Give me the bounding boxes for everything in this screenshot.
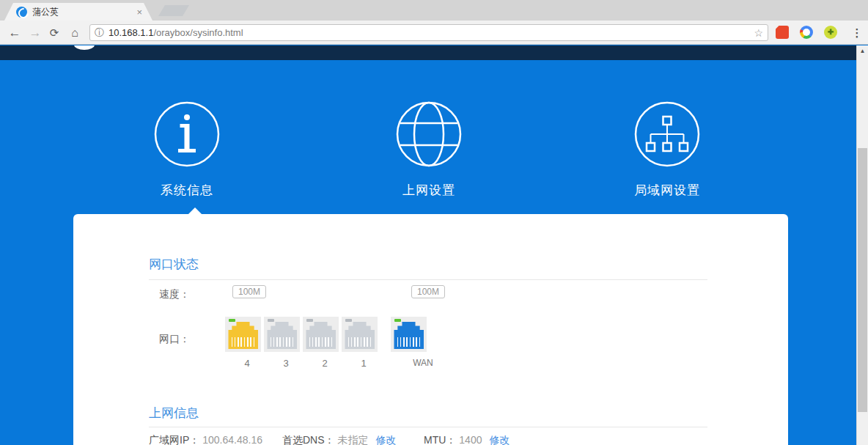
- section-heading-internet-info: 上网信息: [149, 405, 199, 422]
- site-logo-icon: [74, 45, 95, 50]
- dns-modify-link[interactable]: 修改: [376, 434, 397, 445]
- scroll-up-icon[interactable]: ▲: [857, 45, 868, 57]
- rj45-port-icon: [267, 322, 297, 349]
- tab-strip: 蒲公英 ×: [0, 0, 868, 21]
- divider: [149, 427, 707, 427]
- browser-toolbar: ← → ⟳ ⌂ ⓘ 10.168.1.1/oraybox/sysinfo.htm…: [0, 21, 868, 45]
- system-info-card: 网口状态 速度： 100M 100M 网口：: [73, 214, 788, 445]
- port-pins: [270, 337, 294, 347]
- globe-icon: [395, 100, 463, 168]
- rj45-port-icon: [345, 322, 375, 349]
- reload-icon[interactable]: ⟳: [45, 24, 63, 42]
- port-pins: [347, 337, 372, 347]
- forward-icon: →: [26, 24, 44, 42]
- port-led-icon: [229, 319, 235, 322]
- port-led-icon: [394, 319, 401, 322]
- nav-item-internet-settings[interactable]: 上网设置: [363, 100, 495, 199]
- rj45-port-icon: [228, 322, 258, 349]
- orange-extension-icon[interactable]: [776, 26, 789, 39]
- url-domain: 10.168.1.1: [108, 27, 153, 38]
- url-text: 10.168.1.1/oraybox/sysinfo.html: [108, 27, 243, 38]
- lan-port-3: [264, 317, 300, 352]
- lan-port-4: [225, 317, 261, 352]
- wan-port: [391, 317, 427, 352]
- browser-window: 蒲公英 × ← → ⟳ ⌂ ⓘ 10.168.1.1/oraybox/sysin…: [0, 0, 868, 445]
- divider: [149, 279, 707, 280]
- browser-tab[interactable]: 蒲公英 ×: [4, 3, 152, 21]
- home-icon[interactable]: ⌂: [66, 24, 84, 42]
- browser-menu-icon[interactable]: ⋮: [849, 24, 865, 42]
- page-info-icon[interactable]: ⓘ: [95, 26, 104, 40]
- page-content: 系统信息 上网设置: [0, 60, 856, 445]
- lan-tree-icon: [633, 100, 701, 168]
- url-path: /oraybox/sysinfo.html: [153, 27, 243, 38]
- compass-extension-icon[interactable]: [800, 26, 813, 39]
- port-number-label: 1: [353, 358, 374, 369]
- port-strip: [225, 317, 427, 352]
- speed-row-label: 速度：: [159, 288, 190, 301]
- back-icon[interactable]: ←: [6, 24, 23, 42]
- info-icon: [153, 100, 221, 168]
- nav-item-lan-settings[interactable]: 局域网设置: [601, 100, 733, 199]
- lan-port-2: [303, 317, 339, 352]
- site-header-bar: [0, 45, 856, 60]
- port-pins: [309, 337, 333, 347]
- tab-title: 蒲公英: [32, 6, 132, 18]
- new-tab-button[interactable]: [158, 5, 189, 16]
- page-scrollbar[interactable]: ▲: [856, 45, 868, 445]
- ports-row-label: 网口：: [159, 333, 190, 346]
- site-favicon-icon: [16, 7, 27, 18]
- nav-label-internet-settings: 上网设置: [363, 182, 495, 199]
- nav-label-system-info: 系统信息: [121, 182, 253, 199]
- port-pins: [231, 337, 255, 347]
- dns-value: 未指定: [338, 434, 369, 445]
- plus-extension-icon[interactable]: ✚: [824, 26, 837, 39]
- scrollbar-thumb[interactable]: [858, 148, 867, 412]
- port-number-label: 3: [276, 358, 296, 369]
- port-pins: [397, 337, 421, 347]
- port-number-label: 4: [237, 358, 257, 369]
- mtu-modify-link[interactable]: 修改: [489, 434, 510, 445]
- lan-port-1: [342, 317, 378, 352]
- port-led-icon: [306, 319, 313, 322]
- mtu-value: 1400: [459, 434, 482, 445]
- address-bar[interactable]: ⓘ 10.168.1.1/oraybox/sysinfo.html ☆: [89, 24, 768, 41]
- rj45-port-icon: [306, 322, 336, 349]
- nav-item-system-info[interactable]: 系统信息: [121, 100, 253, 199]
- port-led-icon: [268, 319, 274, 322]
- dns-field: 首选DNS：未指定修改: [282, 434, 397, 445]
- port-number-label: 2: [315, 358, 335, 369]
- section-heading-port-status: 网口状态: [149, 256, 199, 273]
- rj45-port-icon: [394, 322, 424, 349]
- mtu-field: MTU：1400修改: [424, 434, 510, 445]
- nav-label-lan-settings: 局域网设置: [601, 182, 733, 199]
- dns-label: 首选DNS：: [282, 434, 335, 445]
- bookmark-star-icon[interactable]: ☆: [754, 27, 763, 39]
- speed-badge-wan: 100M: [411, 285, 445, 298]
- speed-badge-lan: 100M: [232, 285, 266, 298]
- wan-ip-value: 100.64.48.16: [202, 434, 262, 445]
- wan-ip-label: 广域网IP：: [149, 434, 199, 445]
- mtu-label: MTU：: [424, 434, 456, 445]
- wan-ip-field: 广域网IP：100.64.48.16: [149, 434, 262, 445]
- tab-close-icon[interactable]: ×: [136, 7, 142, 17]
- port-number-label: WAN: [402, 358, 444, 368]
- port-led-icon: [345, 319, 352, 322]
